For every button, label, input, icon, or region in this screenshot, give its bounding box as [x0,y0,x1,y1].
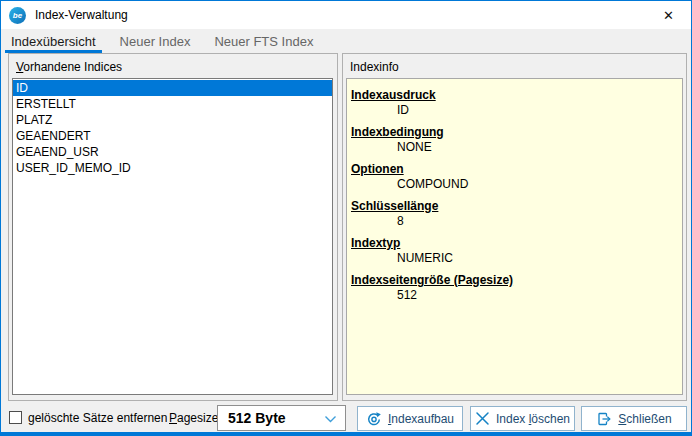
list-item[interactable]: PLATZ [13,112,332,128]
info-field-value: NONE [351,140,678,155]
info-field: Optionen COMPOUND [351,162,678,192]
window-title: Index-Verwaltung [35,8,128,22]
list-item[interactable]: USER_ID_MEMO_ID [13,160,332,176]
info-field-value: 8 [351,214,678,229]
list-item[interactable]: GEAENDERT [13,128,332,144]
titlebar: be Index-Verwaltung ✕ [1,1,691,29]
geloeschte-saetze-checkbox-label[interactable]: gelöschte Sätze entfernen [28,411,167,425]
info-field: Schlüssellänge 8 [351,199,678,229]
list-item[interactable]: ERSTELLT [13,96,332,112]
tab-neuer-fts-index[interactable]: Neuer FTS Index [208,29,319,53]
index-loeschen-button[interactable]: Index löschen [470,406,575,431]
pagesize-combobox-value: 512 Byte [228,410,286,426]
indexaufbau-button-label: Indexaufbau [388,412,454,426]
list-item[interactable]: ID [13,80,332,96]
indexinfo-groupbox: Indexinfo Indexausdruck ID Indexbedingun… [342,53,687,401]
x-cross-icon [475,411,490,426]
info-field: Indexbedingung NONE [351,125,678,155]
info-field: Indexausdruck ID [351,88,678,118]
info-field-value: ID [351,103,678,118]
tab-indexuebersicht[interactable]: Indexübersicht [5,29,102,53]
info-field-value: NUMERIC [351,251,678,266]
indexaufbau-button[interactable]: Indexaufbau [357,406,463,431]
rebuild-circular-arrow-icon [366,411,382,427]
pagesize-label: Pagesize [169,411,218,425]
indexinfo-label: Indexinfo [350,60,399,74]
index-listbox[interactable]: ID ERSTELLT PLATZ GEAENDERT GEAEND_USR U… [12,78,333,395]
pagesize-combobox[interactable]: 512 Byte [217,405,346,431]
info-field-label: Indexbedingung [351,125,678,140]
geloeschte-saetze-checkbox[interactable] [9,411,22,424]
info-field-label: Indexseitengröße (Pagesize) [351,273,678,288]
info-field-label: Indexausdruck [351,88,678,103]
info-field-value: 512 [351,288,678,303]
chevron-down-icon[interactable] [324,415,337,424]
info-field: Indextyp NUMERIC [351,236,678,266]
info-field-value: COMPOUND [351,177,678,192]
exit-arrow-icon [596,411,612,427]
vorhandene-indices-groupbox: Vorhandene Indices ID ERSTELLT PLATZ GEA… [8,53,338,401]
schliessen-button-label: Schließen [618,412,671,426]
indexinfo-panel: Indexausdruck ID Indexbedingung NONE Opt… [346,78,683,395]
index-verwaltung-dialog: be Index-Verwaltung ✕ Indexübersicht Neu… [0,0,692,436]
vorhandene-indices-label: Vorhandene Indices [16,60,122,74]
close-button[interactable]: ✕ [646,1,691,29]
tab-bar: Indexübersicht Neuer Index Neuer FTS Ind… [1,29,691,53]
index-loeschen-button-label: Index löschen [496,412,570,426]
app-logo-icon: be [9,7,26,24]
tab-neuer-index[interactable]: Neuer Index [114,29,197,53]
info-field-label: Indextyp [351,236,678,251]
info-field-label: Schlüssellänge [351,199,678,214]
info-field-label: Optionen [351,162,678,177]
close-icon: ✕ [663,8,674,23]
schliessen-button[interactable]: Schließen [581,406,687,431]
info-field: Indexseitengröße (Pagesize) 512 [351,273,678,303]
list-item[interactable]: GEAEND_USR [13,144,332,160]
